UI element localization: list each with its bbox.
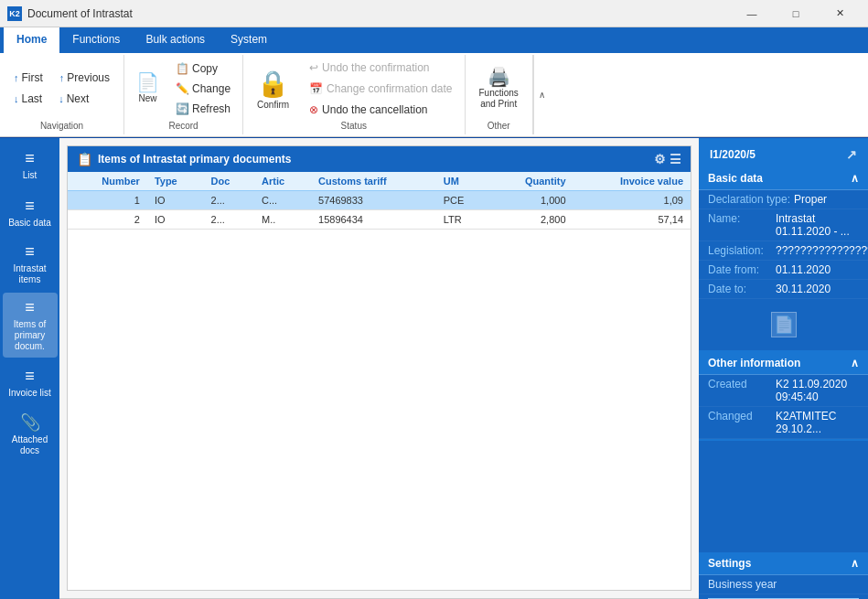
sidebar-item-basic-data[interactable]: ≡ Basic data bbox=[3, 189, 58, 235]
col-doc[interactable]: Doc bbox=[204, 172, 255, 191]
tab-system[interactable]: System bbox=[218, 27, 280, 53]
ribbon-group-record: 📄 New 📋 Copy ✏️ Change 🔄 Refresh bbox=[124, 55, 243, 134]
date-to-row: Date to: 30.11.2020 bbox=[699, 280, 868, 299]
table-row[interactable]: 1 IO 2... C... 57469833 PCE 1,000 1,09 bbox=[68, 191, 691, 210]
ribbon-collapse-button[interactable]: ∧ bbox=[533, 55, 550, 134]
name-value: Intrastat 01.11.2020 - ... bbox=[776, 212, 859, 238]
undo-confirm-icon: ↩ bbox=[309, 61, 318, 74]
tab-functions[interactable]: Functions bbox=[59, 27, 133, 53]
panel-section-settings: Settings ∧ Business year 2022 ▼ bbox=[699, 552, 868, 599]
date-from-label: Date from: bbox=[708, 263, 772, 276]
cell-um-1: PCE bbox=[436, 191, 489, 210]
ribbon-group-confirm: 🔒 Confirm ↩ Undo the confirmation 📅 Chan… bbox=[243, 55, 465, 134]
col-um[interactable]: UM bbox=[436, 172, 489, 191]
business-year-input-row: 2022 ▼ bbox=[699, 594, 868, 599]
first-arrow-icon: ↑ bbox=[14, 72, 19, 83]
basic-data-title: Basic data bbox=[708, 172, 763, 185]
cell-type-1: IO bbox=[147, 191, 204, 210]
table-scroll-area[interactable]: Number Type Doc Artic Customs tariff UM … bbox=[68, 172, 691, 590]
new-icon: 📄 bbox=[136, 73, 159, 91]
created-row: Created K2 11.09.2020 09:45:40 bbox=[699, 375, 868, 407]
cell-number-2: 2 bbox=[68, 210, 147, 230]
menu-icon[interactable]: ☰ bbox=[670, 152, 681, 166]
tab-bulk-actions[interactable]: Bulk actions bbox=[133, 27, 218, 53]
sidebar-item-invoice-list[interactable]: ≡ Invoice list bbox=[3, 359, 58, 405]
basic-data-icon: ≡ bbox=[25, 197, 35, 216]
status-group-label: Status bbox=[249, 121, 458, 131]
document-id: I1/2020/5 bbox=[710, 148, 755, 161]
other-info-header[interactable]: Other information ∧ bbox=[699, 352, 868, 375]
table-row[interactable]: 2 IO 2... M.. 15896434 LTR 2,800 57,14 bbox=[68, 210, 691, 230]
maximize-button[interactable]: □ bbox=[775, 0, 817, 27]
legislation-row: Legislation: ???????????????? bbox=[699, 241, 868, 261]
last-arrow-icon: ↓ bbox=[14, 93, 19, 104]
new-label: New bbox=[139, 93, 157, 104]
confirm-button[interactable]: 🔒 Confirm bbox=[249, 64, 297, 114]
first-button[interactable]: ↑ First bbox=[7, 69, 49, 87]
created-label: Created bbox=[708, 378, 772, 390]
panel-section-basic-data: Basic data ∧ Declaration type: Proper Na… bbox=[699, 167, 868, 350]
basic-data-header[interactable]: Basic data ∧ bbox=[699, 167, 868, 190]
legislation-value: ???????????????? bbox=[776, 244, 868, 257]
intrastat-items-label: Intrastat items bbox=[6, 263, 54, 285]
content-area: 📋 Items of Intrastat primary documents ⚙… bbox=[59, 138, 699, 599]
cell-number-1: 1 bbox=[68, 191, 147, 210]
col-number[interactable]: Number bbox=[68, 172, 147, 191]
change-icon: ✏️ bbox=[176, 82, 189, 95]
declaration-type-row: Declaration type: Proper bbox=[699, 190, 868, 209]
undo-cancel-button[interactable]: ⊗ Undo the cancellation bbox=[303, 101, 458, 119]
table-head: Number Type Doc Artic Customs tariff UM … bbox=[68, 172, 691, 191]
confirm-label: Confirm bbox=[257, 100, 289, 110]
sidebar-item-intrastat-items[interactable]: ≡ Intrastat items bbox=[3, 237, 58, 291]
declaration-type-value: Proper bbox=[794, 193, 859, 206]
refresh-label: Refresh bbox=[192, 102, 230, 115]
ribbon-group-other: 🖨️ Functionsand Print Other bbox=[466, 55, 533, 134]
business-year-label-row: Business year bbox=[699, 575, 868, 594]
confirm-lock-icon: 🔒 bbox=[257, 69, 289, 99]
sidebar-item-list[interactable]: ≡ List bbox=[3, 142, 58, 187]
copy-icon: 📋 bbox=[176, 62, 189, 75]
table-header-bar: 📋 Items of Intrastat primary documents ⚙… bbox=[68, 146, 691, 172]
date-to-value: 30.11.2020 bbox=[776, 283, 859, 295]
basic-data-collapse-icon: ∧ bbox=[851, 172, 859, 185]
sidebar-item-items-primary[interactable]: ≡ Items of primary docum. bbox=[3, 293, 58, 358]
filter-icon[interactable]: ⚙ bbox=[654, 152, 666, 166]
cell-inv-1: 1,09 bbox=[573, 191, 691, 210]
last-button[interactable]: ↓ Last bbox=[7, 90, 48, 108]
change-confirm-date-button[interactable]: 📅 Change confirmation date bbox=[303, 80, 458, 98]
invoice-list-label: Invoice list bbox=[8, 388, 51, 399]
copy-button[interactable]: 📋 Copy bbox=[169, 59, 237, 78]
sidebar-item-attached-docs[interactable]: 📎 Attached docs bbox=[3, 407, 58, 462]
export-icon[interactable]: ↗ bbox=[846, 147, 857, 162]
col-invoice-value[interactable]: Invoice value bbox=[573, 172, 691, 191]
name-label: Name: bbox=[708, 212, 772, 225]
col-customs-tariff[interactable]: Customs tariff bbox=[311, 172, 436, 191]
undo-confirm-button[interactable]: ↩ Undo the confirmation bbox=[303, 59, 458, 77]
change-label: Change bbox=[192, 82, 230, 95]
cell-um-2: LTR bbox=[436, 210, 489, 230]
next-button[interactable]: ↓ Next bbox=[52, 90, 95, 108]
panel-section-other-info: Other information ∧ Created K2 11.09.202… bbox=[699, 352, 868, 439]
last-label: Last bbox=[22, 92, 43, 105]
previous-button[interactable]: ↑ Previous bbox=[53, 69, 116, 87]
col-type[interactable]: Type bbox=[147, 172, 204, 191]
cell-qty-2: 2,800 bbox=[489, 210, 573, 230]
new-button[interactable]: 📄 New bbox=[130, 69, 166, 109]
minimize-button[interactable]: — bbox=[731, 0, 773, 27]
col-artic[interactable]: Artic bbox=[254, 172, 311, 191]
ribbon-content: ↑ First ↑ Previous ↓ Last ↓ Next bbox=[0, 53, 868, 137]
col-quantity[interactable]: Quantity bbox=[489, 172, 573, 191]
change-button[interactable]: ✏️ Change bbox=[169, 80, 237, 98]
cell-qty-1: 1,000 bbox=[489, 191, 573, 210]
refresh-button[interactable]: 🔄 Refresh bbox=[169, 100, 237, 118]
other-group-label: Other bbox=[473, 121, 525, 131]
prev-label: Previous bbox=[67, 71, 110, 84]
close-button[interactable]: ✕ bbox=[819, 0, 861, 27]
cell-artic-1: C... bbox=[254, 191, 311, 210]
functions-print-button[interactable]: 🖨️ Functionsand Print bbox=[473, 63, 525, 114]
tab-home[interactable]: Home bbox=[4, 27, 59, 53]
sidebar: ≡ List ≡ Basic data ≡ Intrastat items ≡ … bbox=[0, 138, 59, 599]
table-header-icon: 📋 bbox=[77, 152, 92, 166]
settings-header[interactable]: Settings ∧ bbox=[699, 552, 868, 575]
window-title: Document of Intrastat bbox=[27, 7, 731, 20]
